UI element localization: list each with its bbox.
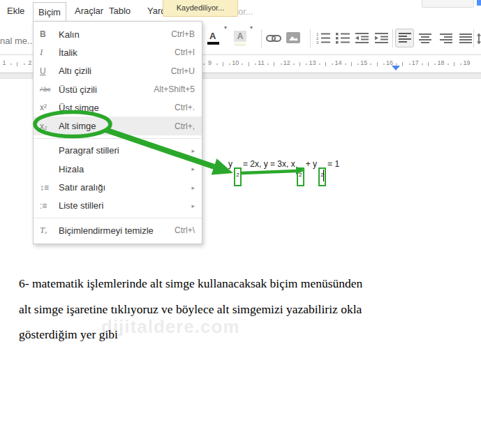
highlight-color-icon: A bbox=[234, 31, 246, 42]
text-color-button[interactable]: A bbox=[207, 31, 220, 46]
menu-item-shortcut: Alt+Shift+5 bbox=[154, 84, 195, 94]
image-icon bbox=[286, 32, 300, 44]
insert-link-button[interactable] bbox=[266, 33, 281, 46]
menu-item-alt-simge[interactable]: x₂ Alt simge Ctrl+, bbox=[34, 117, 202, 135]
align-right-icon bbox=[439, 33, 453, 45]
ruler-tick bbox=[17, 62, 17, 66]
ruler-number: 17 bbox=[412, 59, 419, 66]
text-color-swatch bbox=[207, 42, 219, 45]
toolbar-separator bbox=[261, 29, 262, 47]
paragraph-style-dropdown[interactable]: nal me... bbox=[0, 36, 35, 46]
ruler-tick bbox=[351, 62, 352, 66]
menu-bicim[interactable]: Biçim bbox=[33, 2, 66, 22]
numbered-list-button[interactable]: 1 2 3 bbox=[316, 32, 332, 47]
increase-indent-icon bbox=[374, 32, 390, 45]
align-left-button[interactable] bbox=[395, 29, 414, 47]
menu-tablo[interactable]: Tablo bbox=[109, 6, 131, 16]
line-spacing-icon bbox=[476, 33, 481, 45]
equation-part: = 1 bbox=[327, 159, 339, 169]
ruler-tick bbox=[229, 64, 230, 65]
ruler-tick bbox=[293, 64, 295, 65]
equation-part: + y bbox=[306, 159, 317, 169]
ruler-tick bbox=[409, 64, 410, 65]
paragraph-line: 6- matematik işlemlerinde alt simge kull… bbox=[19, 271, 469, 297]
italic-icon: I bbox=[40, 47, 59, 58]
margin-marker[interactable] bbox=[392, 66, 400, 70]
menu-item-paragraf-stilleri[interactable]: Paragraf stilleri ▸ bbox=[34, 142, 202, 160]
insert-image-button[interactable] bbox=[286, 32, 300, 47]
bulleted-list-icon bbox=[335, 32, 352, 45]
justify-button[interactable] bbox=[459, 33, 473, 47]
menu-item-label: Üst simge bbox=[59, 103, 175, 113]
menu-item-bicimlendirmeyi-temizle[interactable]: Tₓ Biçimlendirmeyi temizle Ctrl+\ bbox=[34, 221, 202, 239]
ruler-tick bbox=[325, 62, 326, 66]
menu-item-label: Biçimlendirmeyi temizle bbox=[59, 225, 175, 236]
subscript-box-2: 2 bbox=[297, 167, 304, 186]
ruler-tick bbox=[203, 64, 205, 65]
menu-item-label: Paragraf stilleri bbox=[59, 145, 191, 156]
ruler-number: 19 bbox=[463, 59, 470, 66]
ruler-tick bbox=[377, 62, 378, 66]
align-left-icon bbox=[398, 32, 412, 44]
ruler-number: 13 bbox=[309, 59, 316, 66]
saving-status-badge: Kaydediliyor... bbox=[163, 0, 238, 17]
menu-araclar[interactable]: Araçlar bbox=[75, 6, 103, 16]
submenu-arrow-icon: ▸ bbox=[191, 147, 195, 154]
comments-button-partial[interactable] bbox=[422, 0, 474, 8]
ruler-tick bbox=[281, 64, 282, 65]
ruler-tick bbox=[299, 62, 300, 66]
highlight-color-button[interactable]: A bbox=[234, 31, 247, 46]
menu-item-italik[interactable]: I İtalik Ctrl+I bbox=[34, 43, 202, 61]
ruler-number: 18 bbox=[438, 59, 445, 66]
menu-item-label: İtalik bbox=[59, 47, 175, 58]
menu-item-kalin[interactable]: B Kalın Ctrl+B bbox=[34, 25, 202, 43]
bold-icon: B bbox=[40, 29, 59, 39]
ruler-tick bbox=[306, 64, 307, 65]
subscript-icon: x₂ bbox=[40, 121, 59, 131]
menu-ekle[interactable]: Ekle bbox=[7, 6, 24, 16]
ruler-tick bbox=[216, 64, 218, 65]
menu-item-alti-cizili[interactable]: U Altı çizili Ctrl+U bbox=[34, 62, 202, 80]
menu-item-label: Altı çizili bbox=[59, 66, 171, 76]
ruler-tick bbox=[249, 62, 249, 66]
align-center-button[interactable] bbox=[418, 33, 432, 47]
ruler-number: 10 bbox=[232, 59, 239, 66]
menu-item-label: Kalın bbox=[59, 29, 171, 40]
menu-item-liste-stilleri[interactable]: :≡ Liste stilleri ▸ bbox=[34, 197, 202, 215]
svg-text:3: 3 bbox=[316, 40, 319, 45]
ruler-number: 12 bbox=[283, 59, 290, 66]
ruler-tick bbox=[434, 64, 436, 65]
align-right-button[interactable] bbox=[439, 33, 453, 47]
decrease-indent-button[interactable] bbox=[355, 32, 370, 47]
submenu-arrow-icon: ▸ bbox=[191, 165, 195, 172]
clear-formatting-icon: Tₓ bbox=[40, 225, 59, 236]
increase-indent-button[interactable] bbox=[374, 32, 390, 47]
ruler-tick bbox=[460, 64, 461, 65]
equation-text: y2= 2x, y = 3x, x2+ y2= 1 bbox=[228, 159, 339, 186]
menu-item-label: Üstü çizili bbox=[59, 84, 154, 95]
highlight-color-swatch bbox=[235, 43, 246, 46]
chevron-down-icon[interactable]: ▾ bbox=[224, 24, 227, 31]
submenu-arrow-icon: ▸ bbox=[191, 184, 195, 191]
bulleted-list-button[interactable] bbox=[335, 32, 352, 47]
menu-item-shortcut: Ctrl+B bbox=[171, 29, 195, 39]
chevron-down-icon[interactable]: ▾ bbox=[250, 24, 253, 31]
line-spacing-button[interactable] bbox=[476, 33, 481, 47]
menu-item-satir-araligi[interactable]: ↕≡ Satır aralığı ▸ bbox=[34, 178, 202, 196]
ruler-tick bbox=[402, 62, 403, 66]
decrease-indent-icon bbox=[355, 32, 370, 45]
submenu-arrow-icon: ▸ bbox=[191, 202, 195, 209]
menu-item-ust-simge[interactable]: x² Üst simge Ctrl+. bbox=[34, 98, 202, 117]
equation-part: = 2x, y = 3x, x bbox=[243, 159, 295, 169]
share-button-partial[interactable] bbox=[477, 0, 481, 6]
superscript-icon: x² bbox=[40, 103, 59, 112]
strikethrough-icon: Abc bbox=[40, 86, 59, 93]
menu-item-hizala[interactable]: Hizala ▸ bbox=[34, 160, 202, 178]
ruler-tick bbox=[223, 62, 223, 66]
ruler-tick bbox=[447, 64, 449, 65]
line-spacing-icon: ↕≡ bbox=[40, 183, 59, 193]
list-styles-icon: :≡ bbox=[40, 201, 59, 211]
menu-bar: Ekle Biçim Araçlar Tablo Yard Kaydediliy… bbox=[0, 0, 481, 21]
ruler-tick bbox=[242, 64, 243, 65]
menu-item-ustu-cizili[interactable]: Abc Üstü çizili Alt+Shift+5 bbox=[34, 80, 202, 98]
